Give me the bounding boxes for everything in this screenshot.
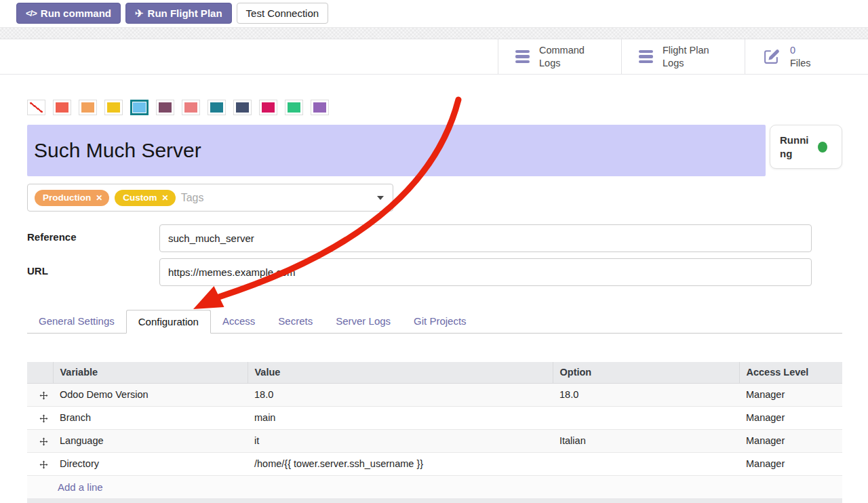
color-swatch-no-color[interactable] [27,100,45,115]
move-icon [39,412,48,423]
files-label: Files [790,58,811,68]
cell-variable[interactable]: Language [53,429,248,452]
column-header-access-level[interactable]: Access Level [739,362,842,383]
color-swatch-orange[interactable] [79,100,97,115]
move-icon [39,458,48,469]
cell-variable[interactable]: Odoo Demo Version [53,383,248,406]
add-line-row: Add a line [27,475,842,498]
cell-value[interactable]: it [248,429,553,452]
status-dot [818,142,827,153]
color-swatch-purple[interactable] [311,100,329,115]
command-logs-label-line1: Command [539,45,585,56]
tab-general-settings[interactable]: General Settings [27,310,126,333]
tags-input[interactable]: Production ✕ Custom ✕ Tags [27,184,393,212]
tag-label: Custom [123,193,157,203]
run-flight-plan-button[interactable]: ✈ Run Flight Plan [125,3,232,24]
cell-access-level[interactable]: Manager [739,429,842,452]
files-button[interactable]: 0 Files [745,39,868,74]
add-a-line-link[interactable]: Add a line [58,481,103,493]
drag-handle[interactable] [27,452,53,475]
code-icon: </> [26,8,37,18]
tab-server-logs[interactable]: Server Logs [324,310,402,333]
tag-pill-custom[interactable]: Custom ✕ [115,190,175,206]
color-swatch-green[interactable] [285,100,303,115]
reference-input[interactable] [159,224,812,252]
table-footer-strip [27,498,842,503]
title-row: Such Much Server Running [27,125,842,176]
tab-access[interactable]: Access [211,310,267,333]
tags-placeholder: Tags [181,192,204,204]
drag-handle[interactable] [27,383,53,406]
drag-handle[interactable] [27,406,53,429]
run-command-label: Run command [41,7,111,19]
table-row: Directory /home/{{ tower.server.ssh_user… [27,452,842,475]
column-header-option[interactable]: Option [553,362,739,383]
cell-access-level[interactable]: Manager [739,406,842,429]
flight-plan-logs-label-line1: Flight Plan [663,45,709,56]
status-label: Running [780,134,812,160]
move-icon [39,435,48,446]
cell-option[interactable]: Italian [553,429,739,452]
column-header-variable[interactable]: Variable [53,362,248,383]
run-command-button[interactable]: </> Run command [16,3,121,24]
cell-option[interactable] [553,406,739,429]
color-swatch-red[interactable] [53,100,71,115]
tab-git-projects[interactable]: Git Projects [402,310,478,333]
cell-access-level[interactable]: Manager [739,452,842,475]
flight-plan-logs-label-line2: Logs [663,58,684,68]
color-swatch-salmon-pink[interactable] [182,100,200,115]
reference-label: Reference [27,224,159,243]
color-swatch-dark-blue[interactable] [233,100,252,115]
tab-configuration[interactable]: Configuration [126,310,211,334]
list-icon [639,50,653,64]
notebook-tabs: General Settings Configuration Access Se… [27,310,842,334]
remove-tag-icon[interactable]: ✕ [162,193,169,203]
color-swatch-light-blue-selected[interactable] [130,100,149,115]
drag-handle[interactable] [27,429,53,452]
cell-value[interactable]: /home/{{ tower.server.ssh_username }} [248,452,553,475]
cell-value[interactable]: main [248,406,553,429]
table-header-row: Variable Value Option Access Level [27,362,842,383]
flight-plan-logs-button[interactable]: Flight Plan Logs [621,39,745,74]
divider-strip [0,27,868,39]
cell-value[interactable]: 18.0 [248,383,553,406]
column-header-value[interactable]: Value [248,362,553,383]
cell-variable[interactable]: Branch [53,406,248,429]
test-connection-button[interactable]: Test Connection [237,3,329,24]
panel-header: Command Logs Flight Plan Logs 0 Files [0,39,868,75]
record-title-input[interactable]: Such Much Server [27,125,766,176]
tag-pill-production[interactable]: Production ✕ [35,190,109,206]
cell-variable[interactable]: Directory [53,452,248,475]
chevron-down-icon[interactable] [377,196,384,200]
list-icon [515,50,530,64]
table-row: Odoo Demo Version 18.0 18.0 Manager [27,383,842,406]
configuration-table: Variable Value Option Access Level Odoo … [27,362,842,498]
reference-field-row: Reference [27,224,842,252]
color-swatch-medium-blue[interactable] [208,100,226,115]
edit-icon [762,48,781,65]
form-sheet: Such Much Server Running Production ✕ Cu… [0,75,868,503]
url-label: URL [27,258,159,277]
table-row: Language it Italian Manager [27,429,842,452]
plane-icon: ✈ [135,7,144,20]
color-palette [27,100,842,115]
url-input[interactable] [159,258,812,286]
run-flight-plan-label: Run Flight Plan [148,7,222,19]
color-swatch-fuchsia[interactable] [259,100,277,115]
color-swatch-dark-purple[interactable] [156,100,174,115]
url-field-row: URL [27,258,842,286]
command-logs-label-line2: Logs [539,58,560,68]
cell-option[interactable]: 18.0 [553,383,739,406]
cell-option[interactable] [553,452,739,475]
remove-tag-icon[interactable]: ✕ [96,193,102,203]
handle-column-header [27,362,53,383]
table-row: Branch main Manager [27,406,842,429]
move-icon [39,389,48,400]
status-indicator[interactable]: Running [770,125,842,169]
cell-access-level[interactable]: Manager [739,383,842,406]
tab-secrets[interactable]: Secrets [267,310,324,333]
test-connection-label: Test Connection [246,7,319,19]
command-logs-button[interactable]: Command Logs [498,39,621,74]
files-count: 0 [790,45,795,56]
color-swatch-yellow[interactable] [104,100,123,115]
